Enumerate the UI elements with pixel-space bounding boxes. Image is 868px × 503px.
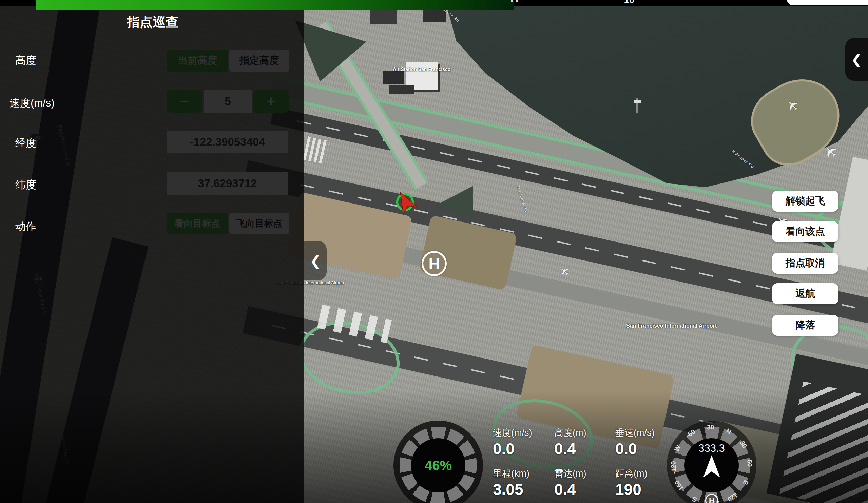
compass-tick-label: W — [673, 444, 682, 453]
panel-collapse-tab[interactable]: ❮ — [304, 241, 327, 280]
longitude-label: 经度 — [15, 136, 36, 150]
compass-tick-label: -150 — [673, 479, 686, 494]
compass-north-arrow-icon — [697, 454, 726, 481]
compass-heading-value: 333.3 — [684, 442, 739, 454]
right-panel-collapse-tab[interactable]: ❮ — [845, 38, 868, 81]
toolbar-search-pill[interactable] — [787, 0, 868, 6]
cropped-toolbar-icon — [511, 0, 523, 2]
compass-tick-label: 120 — [726, 491, 739, 503]
battery-percentage: 46% — [425, 458, 452, 473]
return-home-button[interactable]: 返航 — [772, 283, 838, 304]
map-label-air-station: Air Station San Francisco — [393, 66, 451, 72]
telemetry-distance: 距离(m)190 — [615, 468, 647, 499]
land-button[interactable]: 降落 — [772, 315, 838, 336]
chevron-left-icon: ❮ — [310, 254, 321, 268]
speed-label: 速度(m/s) — [10, 96, 55, 110]
compass-tick-label: N — [725, 427, 732, 436]
map-building — [370, 8, 397, 24]
telemetry-radar: 雷达(m)0.4 — [554, 468, 586, 499]
look-at-point-button[interactable]: 看向该点 — [772, 221, 838, 242]
telemetry-altitude: 高度(m)0.4 — [554, 427, 586, 458]
home-point-marker[interactable]: H — [422, 251, 447, 276]
compass-tick-label: 30 — [738, 440, 748, 450]
compass-tick-label: -120 — [670, 461, 678, 474]
battery-level-bar — [36, 0, 514, 10]
action-label: 动作 — [15, 219, 36, 234]
toolbar-value: 10 — [617, 0, 641, 6]
drone-arrow-icon — [389, 185, 424, 220]
compass-gauge: N3060E120150S-150-120W-60-30 333.3 H — [667, 421, 756, 503]
compass-tick-label: S — [691, 495, 698, 503]
map-building — [383, 71, 404, 84]
compass-tick-label: 60 — [746, 459, 753, 467]
latitude-label: 纬度 — [15, 178, 36, 192]
telemetry-speed: 速度(m/s)0.0 — [493, 427, 532, 458]
unlock-takeoff-button[interactable]: 解锁起飞 — [772, 191, 838, 212]
chevron-left-icon: ❮ — [851, 53, 862, 66]
compass-tick-label: -30 — [704, 423, 714, 431]
telemetry-mileage: 里程(km)3.05 — [493, 468, 529, 499]
compass-tick-label: E — [741, 479, 750, 486]
map-boat — [634, 100, 641, 103]
altitude-label: 高度 — [15, 54, 36, 68]
telemetry-vertical-speed: 垂速(m/s)0.0 — [615, 427, 654, 458]
map-pier — [636, 98, 638, 113]
cancel-point-button[interactable]: 指点取消 — [772, 253, 838, 274]
page-title: 指点巡查 — [115, 13, 190, 31]
map-label-sfo: San Francisco International Airport — [626, 323, 717, 329]
map-building — [390, 85, 414, 94]
compass-tick-label: -60 — [685, 428, 697, 439]
drone-marker[interactable] — [393, 190, 419, 218]
